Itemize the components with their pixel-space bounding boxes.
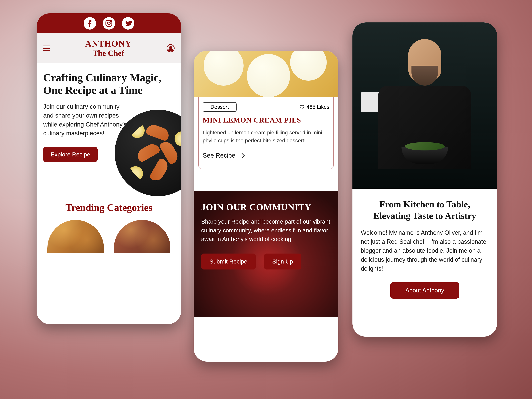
about-section: From Kitchen to Table, Elevating Taste t…: [352, 189, 497, 309]
brand-logo[interactable]: ANTHONY The Chef: [85, 39, 132, 58]
explore-recipe-button[interactable]: Explore Recipe: [43, 147, 98, 162]
hero-section: Crafting Culinary Magic, One Recipe at a…: [37, 63, 181, 162]
recipe-title: MINI LEMON CREAM PIES: [203, 116, 329, 124]
svg-point-2: [110, 21, 111, 22]
social-bar: [37, 13, 181, 33]
likes-text: 485 Likes: [307, 104, 329, 110]
brand-line2: The Chef: [85, 49, 132, 58]
home-screen: ANTHONY The Chef Crafting Culinary Magic…: [37, 13, 181, 324]
sign-up-button[interactable]: Sign Up: [264, 253, 301, 270]
community-title: JOIN OUR COMMUNITY: [201, 202, 331, 212]
about-anthony-button[interactable]: About Anthony: [390, 282, 459, 298]
heart-icon: [299, 104, 305, 110]
category-thumbnail[interactable]: [114, 220, 171, 253]
see-recipe-label: See Recipe: [203, 152, 235, 159]
hero-title: Crafting Culinary Magic, One Recipe at a…: [43, 71, 175, 96]
about-title: From Kitchen to Table, Elevating Taste t…: [361, 199, 489, 222]
see-recipe-link[interactable]: See Recipe: [203, 152, 329, 159]
recipe-description: Lightened up lemon cream pie filling ser…: [203, 128, 329, 145]
facebook-icon[interactable]: [84, 17, 96, 30]
about-screen: From Kitchen to Table, Elevating Taste t…: [352, 22, 497, 337]
community-body: Share your Recipe and become part of our…: [201, 217, 331, 244]
likes-count[interactable]: 485 Likes: [299, 104, 329, 110]
submit-recipe-button[interactable]: Submit Recipe: [201, 253, 256, 270]
category-badge[interactable]: Dessert: [203, 102, 237, 112]
instagram-icon[interactable]: [103, 17, 115, 30]
category-thumbnail[interactable]: [47, 220, 104, 253]
chef-photo: [352, 22, 497, 189]
brand-line1: ANTHONY: [85, 39, 132, 49]
twitter-icon[interactable]: [122, 17, 134, 30]
account-icon[interactable]: [167, 44, 175, 52]
hero-body: Join our culinary community and share yo…: [43, 102, 128, 138]
svg-point-1: [108, 22, 110, 25]
about-body: Welcome! My name is Anthony Oliver, and …: [361, 228, 489, 273]
menu-icon[interactable]: [43, 45, 50, 51]
recipe-screen: Dessert 485 Likes MINI LEMON CREAM PIES …: [194, 51, 338, 361]
trending-title: Trending Categories: [43, 202, 175, 213]
chevron-right-icon: [240, 153, 245, 158]
recipe-card: Dessert 485 Likes MINI LEMON CREAM PIES …: [198, 97, 334, 169]
community-section: JOIN OUR COMMUNITY Share your Recipe and…: [194, 191, 338, 317]
recipe-image: [194, 51, 338, 97]
header: ANTHONY The Chef: [37, 33, 181, 63]
